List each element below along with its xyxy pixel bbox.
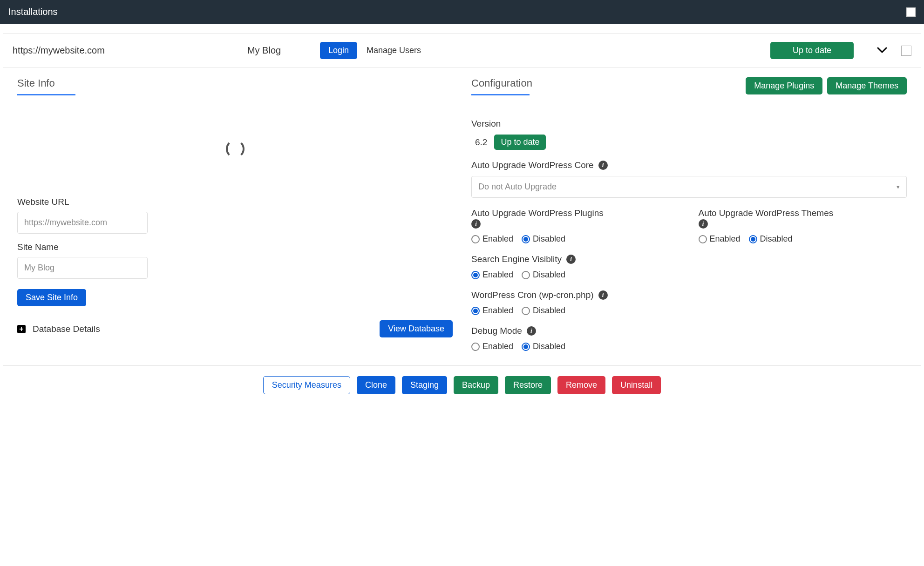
info-icon[interactable]: i bbox=[527, 326, 536, 336]
wp-cron-label: WordPress Cron (wp-cron.php) i bbox=[471, 290, 907, 300]
site-name-label: Site Name bbox=[17, 242, 453, 252]
auto-upgrade-core-value: Do not Auto Upgrade bbox=[478, 182, 557, 192]
info-icon[interactable]: i bbox=[566, 255, 576, 264]
security-measures-button[interactable]: Security Measures bbox=[263, 376, 350, 394]
row-select-checkbox[interactable] bbox=[901, 46, 911, 56]
site-name-input[interactable] bbox=[17, 257, 148, 279]
auto-upgrade-themes-label: Auto Upgrade WordPress Themes bbox=[699, 208, 907, 218]
page-title: Installations bbox=[8, 7, 58, 17]
page-header: Installations bbox=[0, 0, 924, 24]
installation-details: Site Info Website URL Site Name Save Sit… bbox=[3, 68, 921, 366]
debug-disabled-radio[interactable]: Disabled bbox=[522, 342, 565, 351]
chevron-down-icon: ▾ bbox=[897, 183, 900, 190]
backup-button[interactable]: Backup bbox=[454, 376, 498, 394]
search-disabled-radio[interactable]: Disabled bbox=[522, 270, 565, 280]
status-badge-button[interactable]: Up to date bbox=[770, 42, 854, 59]
clone-button[interactable]: Clone bbox=[357, 376, 395, 394]
installation-row: https://mywebsite.com My Blog Login Mana… bbox=[3, 33, 921, 68]
version-label: Version bbox=[471, 119, 907, 129]
spinner-icon bbox=[226, 140, 245, 158]
configuration-title-text: Configuration bbox=[471, 77, 532, 89]
site-info-title: Site Info bbox=[17, 77, 453, 100]
info-icon[interactable]: i bbox=[598, 290, 608, 300]
database-details-label[interactable]: Database Details bbox=[33, 324, 100, 334]
search-visibility-label: Search Engine Visiblity i bbox=[471, 254, 907, 264]
website-url-label: Website URL bbox=[17, 197, 453, 207]
restore-button[interactable]: Restore bbox=[505, 376, 551, 394]
plugins-enabled-radio[interactable]: Enabled bbox=[471, 234, 513, 244]
info-icon[interactable]: i bbox=[471, 219, 481, 229]
themes-disabled-radio[interactable]: Disabled bbox=[749, 234, 793, 244]
expand-db-icon[interactable]: + bbox=[17, 325, 26, 333]
expand-toggle-icon[interactable] bbox=[877, 45, 887, 56]
cron-disabled-radio[interactable]: Disabled bbox=[522, 306, 565, 316]
auto-upgrade-core-select[interactable]: Do not Auto Upgrade ▾ bbox=[471, 176, 907, 198]
search-enabled-radio[interactable]: Enabled bbox=[471, 270, 513, 280]
manage-plugins-button[interactable]: Manage Plugins bbox=[746, 77, 822, 94]
version-status-badge[interactable]: Up to date bbox=[494, 135, 546, 150]
version-value: 6.2 bbox=[471, 137, 487, 148]
staging-button[interactable]: Staging bbox=[402, 376, 447, 394]
manage-users-link[interactable]: Manage Users bbox=[367, 46, 421, 55]
debug-mode-label: Debug Mode i bbox=[471, 326, 907, 336]
themes-enabled-radio[interactable]: Enabled bbox=[699, 234, 741, 244]
plugins-disabled-radio[interactable]: Disabled bbox=[522, 234, 565, 244]
info-icon[interactable]: i bbox=[699, 219, 708, 229]
uninstall-button[interactable]: Uninstall bbox=[612, 376, 661, 394]
login-button[interactable]: Login bbox=[320, 42, 357, 59]
manage-themes-button[interactable]: Manage Themes bbox=[827, 77, 907, 94]
action-buttons-row: Security Measures Clone Staging Backup R… bbox=[3, 366, 921, 399]
configuration-panel: Configuration Manage Plugins Manage Them… bbox=[471, 77, 907, 351]
cron-enabled-radio[interactable]: Enabled bbox=[471, 306, 513, 316]
screenshot-loading bbox=[17, 109, 453, 189]
site-info-title-text: Site Info bbox=[17, 77, 55, 89]
debug-enabled-radio[interactable]: Enabled bbox=[471, 342, 513, 351]
configuration-title: Configuration bbox=[471, 77, 532, 100]
save-site-info-button[interactable]: Save Site Info bbox=[17, 289, 86, 306]
install-url[interactable]: https://mywebsite.com bbox=[13, 45, 208, 56]
install-name: My Blog bbox=[217, 45, 311, 56]
info-icon[interactable]: i bbox=[598, 161, 608, 170]
auto-upgrade-core-label: Auto Upgrade WordPress Core i bbox=[471, 160, 907, 170]
view-database-button[interactable]: View Database bbox=[380, 320, 453, 337]
remove-button[interactable]: Remove bbox=[557, 376, 605, 394]
select-all-checkbox[interactable] bbox=[906, 7, 916, 17]
website-url-input[interactable] bbox=[17, 212, 148, 234]
site-info-panel: Site Info Website URL Site Name Save Sit… bbox=[17, 77, 453, 351]
auto-upgrade-plugins-label: Auto Upgrade WordPress Plugins bbox=[471, 208, 680, 218]
